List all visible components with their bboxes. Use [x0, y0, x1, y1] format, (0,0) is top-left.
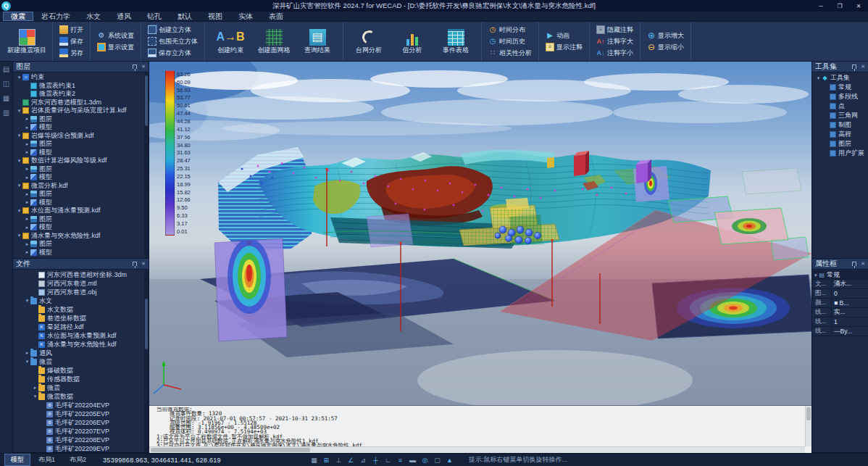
layer-tree-item[interactable]: ▾岩爆等级综合预测.kdf — [13, 132, 149, 141]
s-track-icon[interactable] — [371, 455, 380, 465]
expander-icon[interactable]: ▾ — [16, 133, 22, 138]
file-tree-item[interactable]: 爆破数据 — [13, 366, 149, 375]
console-hscrollbar[interactable] — [149, 446, 805, 453]
ribbon-button[interactable]: 动画 — [543, 30, 585, 41]
menu-tab[interactable]: 水文 — [78, 12, 109, 21]
toolset-tree-item[interactable]: 图层 — [812, 139, 868, 149]
layer-tree-item[interactable]: ▸图层 — [13, 165, 149, 174]
file-tree-item[interactable]: ▸微震 — [13, 383, 149, 392]
expander-icon[interactable]: ▾ — [24, 298, 30, 304]
expander-icon[interactable]: ▾ — [16, 108, 22, 114]
close-icon[interactable] — [141, 64, 146, 70]
ribbon-button[interactable]: 事件表格 — [435, 27, 477, 56]
property-row[interactable]: 颜...■ B... — [812, 299, 868, 308]
ribbon-button[interactable]: 值分析 — [391, 27, 433, 56]
ribbon-button[interactable]: 显示增大 — [645, 30, 686, 41]
toolset-tree-item[interactable]: 点 — [812, 101, 868, 111]
file-tree-item[interactable]: 毛坪矿202207EVP — [13, 427, 149, 436]
s-annot-icon[interactable] — [445, 455, 454, 465]
ribbon-button[interactable]: 创建面网格 — [253, 27, 295, 56]
property-row[interactable]: 线...1 — [812, 317, 868, 327]
ribbon-button[interactable]: 注释字大 — [594, 36, 635, 47]
panel-view-icon[interactable] — [2, 93, 11, 102]
expander-icon[interactable]: ▾ — [16, 208, 22, 214]
panel-layers-icon[interactable] — [2, 79, 11, 88]
ribbon-button[interactable]: 新建微震项目 — [6, 27, 48, 56]
ribbon-button[interactable]: 台网分析 — [348, 27, 390, 56]
s-osnap-icon[interactable] — [359, 455, 368, 465]
expander-icon[interactable]: ▸ — [24, 141, 30, 147]
space-tab[interactable]: 布局2 — [63, 454, 93, 466]
expander-icon[interactable]: ▸ — [24, 216, 30, 222]
layer-tree-item[interactable]: ▾涌水量与突水危险性.kdf — [13, 232, 149, 241]
layer-tree-item[interactable]: ▾数值计算岩爆风险等级.kdf — [13, 157, 149, 165]
file-tree-item[interactable]: ▾微震数据 — [13, 392, 149, 401]
layer-tree-item[interactable]: 河东河西巷道模型1.3dm — [13, 99, 149, 107]
ribbon-button[interactable]: 时间历史 — [486, 36, 534, 47]
layer-tree-item[interactable]: ▸模型 — [13, 199, 149, 207]
file-tree-item[interactable]: 毛坪矿202205EVP — [13, 409, 149, 418]
ribbon-button[interactable]: 保存立方体 — [146, 48, 200, 59]
layer-tree-item[interactable]: ▸模型 — [13, 249, 149, 257]
console-panel[interactable]: 当前微震数据: 微震事件数量: 1320 记录时间段: 2021-07-01 0… — [149, 405, 811, 453]
layer-tree-item[interactable]: ▾岩体质量评估与采场宽度计算.kdf — [13, 107, 149, 115]
expander-icon[interactable]: ▸ — [24, 249, 30, 255]
file-tree-item[interactable]: 毛坪矿202209EVP — [13, 444, 149, 452]
panel-chart-icon[interactable] — [2, 108, 11, 117]
expander-icon[interactable]: ▸ — [24, 350, 30, 356]
close-button[interactable]: ✕ — [849, 0, 868, 12]
file-tree-item[interactable]: 毛坪矿202204EVP — [13, 401, 149, 409]
layer-tree-item[interactable]: ▸图层 — [13, 140, 149, 149]
console-vscrollbar[interactable] — [805, 406, 811, 446]
s-ortho-icon[interactable] — [334, 455, 343, 465]
expander-icon[interactable]: ▸ — [24, 199, 30, 205]
expander-icon[interactable]: ▸ — [32, 385, 38, 391]
file-tree-item[interactable]: 毛坪矿202206EVP — [13, 418, 149, 427]
expander-icon[interactable]: ▸ — [24, 116, 30, 122]
expander-icon[interactable]: ▸ — [24, 149, 30, 155]
toolset-tree-item[interactable]: 多段线 — [812, 92, 868, 101]
expander-icon[interactable]: ▾ — [24, 359, 30, 365]
file-tree-item[interactable]: ▾水文 — [13, 296, 149, 305]
expander-icon[interactable]: ▸ — [24, 191, 30, 197]
menu-tab[interactable]: 钻孔 — [139, 12, 170, 21]
viewport-3d[interactable]: 63.2660.0956.9353.7750.6147.4444.2841.12… — [149, 62, 811, 405]
property-row[interactable]: 文...涌水... — [812, 280, 868, 289]
menu-tab[interactable]: 岩石力学 — [33, 12, 78, 21]
file-tree-item[interactable]: 河西河东巷道.mtl — [13, 279, 149, 288]
menu-tab[interactable]: 通风 — [109, 12, 139, 21]
file-tree-item[interactable]: 河东河西巷道相对坐标.3dm — [13, 270, 149, 279]
menu-tab[interactable]: 视图 — [200, 12, 230, 21]
property-row[interactable]: 图...0 — [812, 289, 868, 299]
file-tree-item[interactable]: 河西河东巷道.obj — [13, 288, 149, 296]
toolset-tree-item[interactable]: 三角网 — [812, 111, 868, 120]
space-tab[interactable]: 模型 — [4, 454, 30, 466]
expander-icon[interactable]: ▸ — [24, 241, 30, 247]
s-quick-icon[interactable] — [420, 455, 430, 465]
panel-project-icon[interactable] — [2, 65, 11, 73]
toolset-tree-item[interactable]: ▾工具集 — [812, 73, 868, 83]
ribbon-button[interactable]: 查询结果 — [296, 27, 338, 56]
s-polar-icon[interactable] — [346, 455, 356, 465]
layer-tree-item[interactable]: 微震表约束2 — [13, 90, 149, 99]
ribbon-button[interactable]: 保存 — [57, 36, 85, 47]
expander-icon[interactable]: ▸ — [24, 125, 30, 130]
layer-tree-item[interactable]: ▸图层 — [13, 115, 149, 124]
file-tree-item[interactable]: 晕延路径.kdf — [13, 323, 149, 331]
close-icon[interactable] — [861, 261, 865, 267]
ribbon-button[interactable]: 隐藏注释 — [594, 25, 635, 36]
menu-tab[interactable]: 微震 — [3, 12, 33, 21]
ribbon-button[interactable]: 创建立方体 — [146, 25, 200, 36]
file-tree-item[interactable]: 水文数据 — [13, 305, 149, 314]
file-tree-item[interactable]: 毛坪矿202208EVP — [13, 436, 149, 444]
layer-tree-item[interactable]: ▸模型 — [13, 123, 149, 132]
ribbon-button[interactable]: 显示设置 — [95, 42, 136, 53]
pin-icon[interactable] — [133, 262, 137, 266]
layer-tree-item[interactable]: ▸图层 — [13, 215, 149, 224]
layer-tree-item[interactable]: ▾水位面与涌水量预测.kdf — [13, 207, 149, 215]
props-section-general[interactable]: ▾ 常规 — [812, 270, 868, 280]
layer-tree-item[interactable]: ▸图层 — [13, 190, 149, 199]
file-tree-item[interactable]: 涌水量与突水危险性.kdf — [13, 340, 149, 349]
close-icon[interactable] — [141, 261, 146, 267]
layer-tree-item[interactable]: ▾约束 — [13, 73, 149, 82]
